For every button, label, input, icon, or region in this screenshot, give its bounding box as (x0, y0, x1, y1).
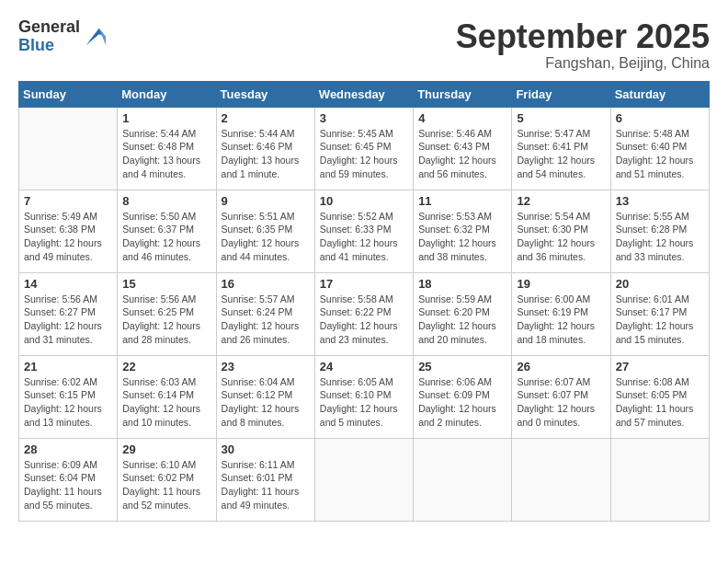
day-cell: 30Sunrise: 6:11 AMSunset: 6:01 PMDayligh… (216, 438, 314, 521)
day-info: Sunrise: 5:58 AMSunset: 6:22 PMDaylight:… (320, 293, 408, 347)
weekday-header-row: SundayMondayTuesdayWednesdayThursdayFrid… (19, 81, 710, 107)
day-cell: 14Sunrise: 5:56 AMSunset: 6:27 PMDayligh… (19, 272, 118, 355)
day-info: Sunrise: 6:01 AMSunset: 6:17 PMDaylight:… (616, 293, 704, 347)
day-number: 11 (418, 194, 506, 208)
day-info: Sunrise: 5:48 AMSunset: 6:40 PMDaylight:… (616, 127, 704, 181)
day-info: Sunrise: 5:47 AMSunset: 6:41 PMDaylight:… (517, 127, 605, 181)
day-info: Sunrise: 5:52 AMSunset: 6:33 PMDaylight:… (320, 210, 408, 264)
day-cell (610, 438, 709, 521)
svg-marker-1 (99, 28, 106, 45)
day-cell: 3Sunrise: 5:45 AMSunset: 6:45 PMDaylight… (314, 107, 413, 190)
day-info: Sunrise: 5:54 AMSunset: 6:30 PMDaylight:… (517, 210, 605, 264)
day-info: Sunrise: 6:10 AMSunset: 6:02 PMDaylight:… (122, 458, 210, 512)
day-cell: 27Sunrise: 6:08 AMSunset: 6:05 PMDayligh… (610, 355, 709, 438)
day-number: 27 (616, 360, 704, 373)
day-number: 26 (517, 360, 605, 373)
calendar-table: SundayMondayTuesdayWednesdayThursdayFrid… (18, 81, 710, 522)
day-cell: 10Sunrise: 5:52 AMSunset: 6:33 PMDayligh… (314, 190, 413, 272)
day-info: Sunrise: 5:45 AMSunset: 6:45 PMDaylight:… (320, 127, 408, 181)
logo-icon (82, 24, 108, 50)
week-row-5: 28Sunrise: 6:09 AMSunset: 6:04 PMDayligh… (19, 438, 710, 521)
logo: General Blue (18, 18, 108, 55)
day-info: Sunrise: 5:44 AMSunset: 6:46 PMDaylight:… (222, 127, 310, 181)
day-cell: 4Sunrise: 5:46 AMSunset: 6:43 PMDaylight… (414, 107, 512, 190)
day-cell: 18Sunrise: 5:59 AMSunset: 6:20 PMDayligh… (414, 272, 512, 355)
day-info: Sunrise: 5:53 AMSunset: 6:32 PMDaylight:… (418, 210, 506, 264)
logo-general: General (18, 18, 80, 37)
day-number: 3 (320, 111, 408, 125)
day-info: Sunrise: 5:49 AMSunset: 6:38 PMDaylight:… (24, 210, 112, 264)
day-cell: 20Sunrise: 6:01 AMSunset: 6:17 PMDayligh… (610, 272, 709, 355)
day-number: 14 (24, 277, 112, 291)
day-number: 9 (222, 194, 310, 208)
day-cell: 11Sunrise: 5:53 AMSunset: 6:32 PMDayligh… (414, 190, 512, 272)
week-row-1: 1Sunrise: 5:44 AMSunset: 6:48 PMDaylight… (19, 107, 710, 190)
day-number: 28 (24, 442, 112, 456)
day-info: Sunrise: 6:06 AMSunset: 6:09 PMDaylight:… (418, 375, 506, 430)
day-number: 20 (616, 277, 704, 291)
week-row-2: 7Sunrise: 5:49 AMSunset: 6:38 PMDaylight… (19, 190, 710, 272)
day-cell: 15Sunrise: 5:56 AMSunset: 6:25 PMDayligh… (118, 272, 216, 355)
day-number: 29 (122, 442, 210, 456)
weekday-header-tuesday: Tuesday (216, 81, 314, 107)
day-info: Sunrise: 5:50 AMSunset: 6:37 PMDaylight:… (122, 210, 210, 264)
day-number: 24 (320, 360, 408, 373)
page-header: General Blue September 2025 Fangshan, Be… (18, 18, 710, 72)
day-cell: 24Sunrise: 6:05 AMSunset: 6:10 PMDayligh… (314, 355, 413, 438)
day-info: Sunrise: 6:05 AMSunset: 6:10 PMDaylight:… (320, 375, 408, 430)
day-number: 22 (122, 360, 210, 373)
day-info: Sunrise: 5:44 AMSunset: 6:48 PMDaylight:… (122, 127, 210, 181)
day-info: Sunrise: 6:00 AMSunset: 6:19 PMDaylight:… (517, 293, 605, 347)
day-info: Sunrise: 6:09 AMSunset: 6:04 PMDaylight:… (24, 458, 112, 512)
weekday-header-friday: Friday (512, 81, 610, 107)
day-cell: 6Sunrise: 5:48 AMSunset: 6:40 PMDaylight… (610, 107, 709, 190)
day-cell: 9Sunrise: 5:51 AMSunset: 6:35 PMDaylight… (216, 190, 314, 272)
weekday-header-thursday: Thursday (414, 81, 512, 107)
day-number: 5 (517, 111, 605, 125)
day-cell: 16Sunrise: 5:57 AMSunset: 6:24 PMDayligh… (216, 272, 314, 355)
day-info: Sunrise: 6:02 AMSunset: 6:15 PMDaylight:… (24, 375, 112, 430)
location: Fangshan, Beijing, China (456, 55, 710, 72)
day-info: Sunrise: 5:51 AMSunset: 6:35 PMDaylight:… (222, 210, 310, 264)
day-cell: 21Sunrise: 6:02 AMSunset: 6:15 PMDayligh… (19, 355, 118, 438)
weekday-header-sunday: Sunday (19, 81, 118, 107)
month-title: September 2025 (456, 18, 710, 55)
day-number: 2 (222, 111, 310, 125)
day-info: Sunrise: 6:11 AMSunset: 6:01 PMDaylight:… (222, 458, 310, 512)
day-cell: 12Sunrise: 5:54 AMSunset: 6:30 PMDayligh… (512, 190, 610, 272)
day-cell: 2Sunrise: 5:44 AMSunset: 6:46 PMDaylight… (216, 107, 314, 190)
day-info: Sunrise: 5:57 AMSunset: 6:24 PMDaylight:… (222, 293, 310, 347)
day-cell: 8Sunrise: 5:50 AMSunset: 6:37 PMDaylight… (118, 190, 216, 272)
weekday-header-saturday: Saturday (610, 81, 709, 107)
day-number: 10 (320, 194, 408, 208)
day-info: Sunrise: 6:04 AMSunset: 6:12 PMDaylight:… (222, 375, 310, 430)
day-cell: 25Sunrise: 6:06 AMSunset: 6:09 PMDayligh… (414, 355, 512, 438)
logo-blue: Blue (18, 37, 80, 55)
day-cell: 28Sunrise: 6:09 AMSunset: 6:04 PMDayligh… (19, 438, 118, 521)
day-info: Sunrise: 6:08 AMSunset: 6:05 PMDaylight:… (616, 375, 704, 430)
day-number: 15 (122, 277, 210, 291)
day-number: 12 (517, 194, 605, 208)
day-number: 13 (616, 194, 704, 208)
day-number: 8 (122, 194, 210, 208)
day-cell: 22Sunrise: 6:03 AMSunset: 6:14 PMDayligh… (118, 355, 216, 438)
day-info: Sunrise: 6:03 AMSunset: 6:14 PMDaylight:… (122, 375, 210, 430)
week-row-4: 21Sunrise: 6:02 AMSunset: 6:15 PMDayligh… (19, 355, 710, 438)
day-number: 16 (222, 277, 310, 291)
weekday-header-wednesday: Wednesday (314, 81, 413, 107)
day-info: Sunrise: 5:46 AMSunset: 6:43 PMDaylight:… (418, 127, 506, 181)
day-number: 23 (222, 360, 310, 373)
day-number: 25 (418, 360, 506, 373)
day-info: Sunrise: 5:56 AMSunset: 6:27 PMDaylight:… (24, 293, 112, 347)
day-number: 17 (320, 277, 408, 291)
day-cell (414, 438, 512, 521)
day-cell (512, 438, 610, 521)
day-cell: 29Sunrise: 6:10 AMSunset: 6:02 PMDayligh… (118, 438, 216, 521)
day-cell: 13Sunrise: 5:55 AMSunset: 6:28 PMDayligh… (610, 190, 709, 272)
day-info: Sunrise: 5:55 AMSunset: 6:28 PMDaylight:… (616, 210, 704, 264)
day-cell: 19Sunrise: 6:00 AMSunset: 6:19 PMDayligh… (512, 272, 610, 355)
week-row-3: 14Sunrise: 5:56 AMSunset: 6:27 PMDayligh… (19, 272, 710, 355)
day-number: 6 (616, 111, 704, 125)
day-number: 21 (24, 360, 112, 373)
day-number: 30 (222, 442, 310, 456)
